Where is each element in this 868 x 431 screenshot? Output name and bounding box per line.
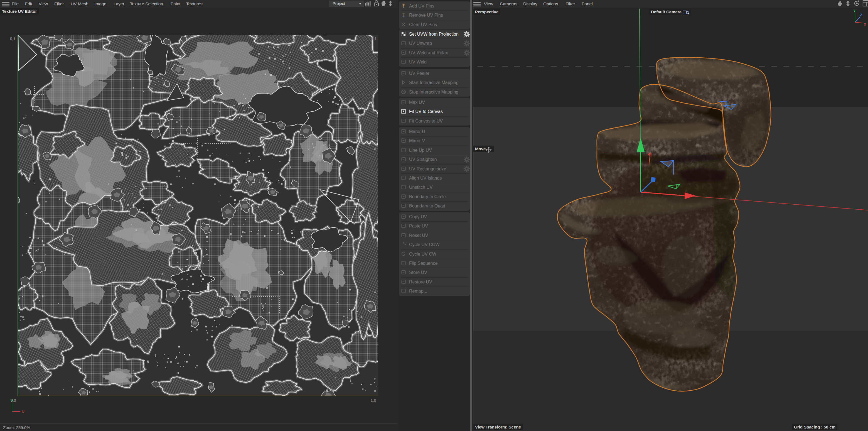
svg-text:Y: Y	[853, 9, 856, 13]
svg-text:Z: Z	[860, 13, 862, 17]
svg-text:X: X	[864, 22, 866, 26]
